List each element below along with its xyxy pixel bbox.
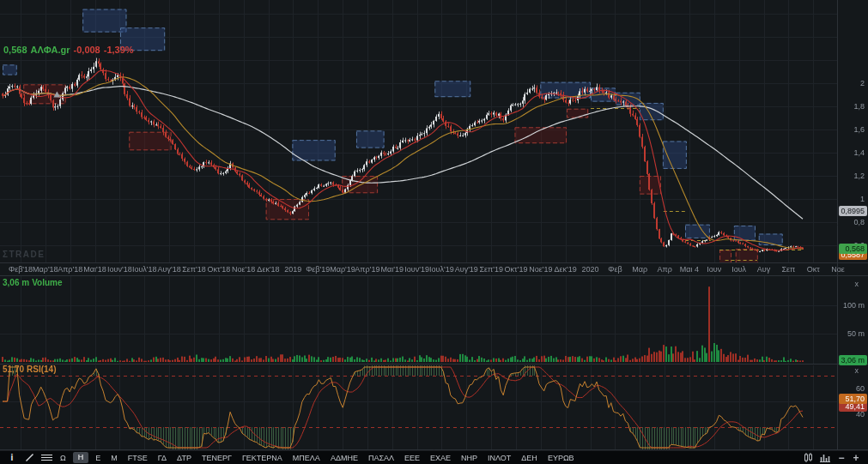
time-label: Οκτ'19 [505,265,528,274]
time-label: Ιουλ'19 [429,265,454,274]
time-label: Φεβ'19 [306,265,330,274]
volume-tick-label: 50 m [847,329,865,338]
time-label: Φεβ'18 [9,265,33,274]
time-label: Μαρ [632,265,647,274]
volume-legend-label[interactable]: Volume [32,278,62,287]
rsi-badge: 51,70 [839,394,867,404]
zoom-out-button[interactable]: − [835,452,848,464]
time-label: Αυγ [757,265,770,274]
price-tick-label: 1,8 [853,102,865,111]
ticker-button-ΓΔ[interactable]: ΓΔ [153,451,172,464]
ticker-button-ΠΑΣΑΛ[interactable]: ΠΑΣΑΛ [363,451,399,464]
volume-badge: 3,06 m [839,355,867,365]
ticker-button-Η[interactable]: Η [73,452,89,463]
ticker-button-ΕΥΡΩΒ[interactable]: ΕΥΡΩΒ [543,451,580,464]
price-badge: 0,568 [839,244,867,254]
time-label: Σεπ'19 [479,265,503,274]
legend-change: -0,008 [74,45,100,55]
price-badge: 0,8995 [839,206,867,216]
time-label: Μαρ'18 [33,265,58,274]
rsi-pane-close-button[interactable]: x [855,367,859,375]
volume-histogram-icon[interactable] [817,451,834,464]
time-label: Οκτ'18 [207,265,230,274]
platform-watermark: ΣTRADE [3,250,45,259]
time-label: Μαι'19 [381,265,404,274]
time-label: Νοε'19 [529,265,552,274]
price-tick-label: 1,4 [853,148,865,157]
rsi-legend[interactable]: 51,70RSI(14) [3,365,58,374]
time-label: Ιουν [707,265,721,274]
symbol-legend[interactable]: 0,568ΑΛΦΑ.gr-0,008-1,39% [3,45,137,55]
time-label: Αυγ'18 [158,265,181,274]
time-label: Μαι'18 [83,265,106,274]
time-label: Δεκ'19 [555,265,577,274]
ticker-button-ΓΕΚΤΕΡΝΑ[interactable]: ΓΕΚΤΕΡΝΑ [237,451,288,464]
toolbar-right-controls: − + [800,451,865,464]
time-label: Φεβ [608,265,622,274]
price-tick-label: 1,2 [853,172,865,180]
legend-symbol[interactable]: ΑΛΦΑ.gr [31,45,70,55]
rsi-legend-value: 51,70 [3,365,24,374]
time-label: Απρ'18 [58,265,82,274]
volume-legend[interactable]: 3,06 mVolume [3,278,65,287]
trading-chart-application: 0,568ΑΛΦΑ.gr-0,008-1,39% ΣTRADE 3,06 mVo… [0,0,868,464]
ticker-shortcut-bar: ΩΗΕΜFTSEΓΔΔΤΡΤΕΝΕΡΓΓΕΚΤΕΡΝΑΜΠΕΛΑΑΔΜΗΕΠΑΣ… [55,451,580,464]
rsi-tick-label: 60 [856,384,865,393]
price-tick-label: 1,6 [853,125,865,134]
time-label: 2020 [582,265,599,274]
ticker-button-ΔΕΗ[interactable]: ΔΕΗ [516,451,543,464]
legend-last-price: 0,568 [3,45,27,55]
price-tick-label: 2 [860,79,865,87]
draw-line-tool-icon[interactable] [21,451,38,464]
volume-tick-label: 100 m [843,301,865,310]
chart-canvas[interactable] [0,0,868,450]
volume-legend-value: 3,06 m [3,278,29,287]
ticker-button-Ε[interactable]: Ε [90,451,106,464]
ticker-button-ΤΕΝΕΡΓ[interactable]: ΤΕΝΕΡΓ [197,451,237,464]
volume-pane-close-button[interactable]: x [855,280,859,288]
time-label: Ιουλ'18 [132,265,157,274]
price-axis[interactable]: x x 21,81,61,41,210,80,6100 m50 m60400,8… [838,0,868,450]
time-label: Μαρ'19 [330,265,355,274]
time-label: 2019 [284,265,301,274]
time-label: Μαι 4 [680,265,699,274]
ticker-button-ΑΔΜΗΕ[interactable]: ΑΔΜΗΕ [325,451,363,464]
zoom-in-button[interactable]: + [849,452,863,464]
time-label: Ιουλ [731,265,746,274]
price-tick-label: 0,8 [853,218,865,226]
time-label: Οκτ [807,265,820,274]
candlestick-chart-icon[interactable] [800,451,816,464]
time-label: Ιουν'18 [107,265,132,274]
time-label: Νοε'18 [232,265,255,274]
ticker-button-ΔΤΡ[interactable]: ΔΤΡ [172,451,197,464]
ticker-button-Ω[interactable]: Ω [55,451,71,464]
time-label: Αυγ'19 [455,265,478,274]
bottom-toolbar: i ΩΗΕΜFTSEΓΔΔΤΡΤΕΝΕΡΓΓΕΚΤΕΡΝΑΜΠΕΛΑΑΔΜΗΕΠ… [0,450,868,464]
time-label: Απρ'19 [355,265,379,274]
info-button[interactable]: i [3,451,21,464]
legend-change-percent: -1,39% [104,45,134,55]
time-label: Δεκ'18 [257,265,279,274]
time-label: Σεπ [781,265,795,274]
ticker-button-ΜΠΕΛΑ[interactable]: ΜΠΕΛΑ [288,451,325,464]
time-label: Σεπ'18 [182,265,206,274]
ticker-button-Μ[interactable]: Μ [106,451,123,464]
ticker-button-ΝΗΡ[interactable]: ΝΗΡ [456,451,483,464]
price-tick-label: 1 [860,195,865,203]
time-axis[interactable]: Φεβ'18Μαρ'18Απρ'18Μαι'18Ιουν'18Ιουλ'18Αυ… [0,263,868,275]
ticker-button-ΕΧΑΕ[interactable]: ΕΧΑΕ [425,451,456,464]
ticker-button-ΕΕΕ[interactable]: ΕΕΕ [399,451,425,464]
ticker-button-ΙΝΛΟΤ[interactable]: ΙΝΛΟΤ [483,451,516,464]
rsi-legend-label[interactable]: RSI(14) [27,365,56,374]
object-list-icon[interactable] [38,451,55,464]
time-label: Απρ [657,265,671,274]
time-label: Ιουν'19 [404,265,429,274]
ticker-button-FTSE[interactable]: FTSE [123,451,153,464]
